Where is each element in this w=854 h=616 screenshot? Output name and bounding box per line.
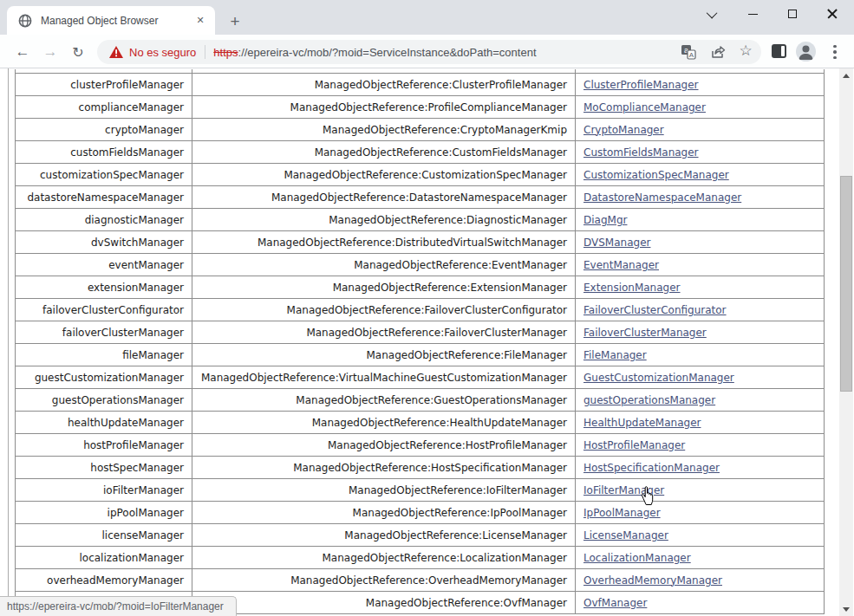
mo-link[interactable]: DVSManager <box>583 237 650 249</box>
property-value-cell: ManagedObjectReference:LicenseManager <box>192 524 576 546</box>
arrow-up-icon <box>843 74 850 78</box>
scrollbar-thumb[interactable] <box>840 176 852 392</box>
mo-link[interactable]: FailoverClusterManager <box>583 327 707 339</box>
new-tab-button[interactable]: + <box>224 10 246 33</box>
tab-managed-object-browser[interactable]: Managed Object Browser ✕ <box>7 6 215 35</box>
tab-title: Managed Object Browser <box>41 15 192 27</box>
table-row: hostProfileManager ManagedObjectReferenc… <box>16 434 825 457</box>
property-name-cell: failoverClusterManager <box>16 321 192 343</box>
property-value-cell: ManagedObjectReference:OvfManager <box>192 592 576 613</box>
property-name-cell: datastoreNamespaceManager <box>16 186 192 208</box>
property-value-cell: ManagedObjectReference:CryptoManagerKmip <box>192 119 576 140</box>
chip-divider <box>205 45 205 59</box>
property-value-cell: ManagedObjectReference:GuestOperationsMa… <box>192 389 576 411</box>
table-row: ipPoolManager ManagedObjectReference:IpP… <box>16 502 825 524</box>
table-row: datastoreNamespaceManager ManagedObjectR… <box>16 186 825 209</box>
property-value-cell: ManagedObjectReference:EventManager <box>192 254 576 276</box>
mo-link[interactable]: LicenseManager <box>583 529 668 541</box>
property-name-cell: hostSpecManager <box>16 457 192 478</box>
mo-link[interactable]: GuestCustomizationManager <box>583 372 734 384</box>
tab-strip: Managed Object Browser ✕ + <box>0 0 854 35</box>
mo-link[interactable]: DiagMgr <box>583 214 627 226</box>
table-row: diagnosticManager ManagedObjectReference… <box>16 209 825 231</box>
property-name-cell: complianceManager <box>16 96 192 118</box>
property-name-cell: fileManager <box>16 344 192 366</box>
property-value-cell: ManagedObjectReference:HostSpecification… <box>192 457 576 478</box>
mo-link[interactable]: CryptoManager <box>583 124 664 136</box>
table-row: hostSpecManager ManagedObjectReference:H… <box>16 457 825 479</box>
scroll-down-button[interactable] <box>839 602 853 616</box>
close-icon <box>827 9 838 19</box>
property-value-cell: ManagedObjectReference:IoFilterManager <box>192 479 576 501</box>
mo-link[interactable]: HostProfileManager <box>583 439 685 451</box>
mo-link[interactable]: DatastoreNamespaceManager <box>583 191 741 204</box>
forward-button[interactable]: → <box>40 42 61 62</box>
hand-cursor-icon <box>639 485 658 506</box>
mo-link[interactable]: LocalizationManager <box>583 552 691 564</box>
person-icon <box>796 42 816 62</box>
mo-link[interactable]: ExtensionManager <box>583 282 681 294</box>
service-content-table: clusterProfileManager ManagedObjectRefer… <box>15 69 825 614</box>
reload-button[interactable]: ↻ <box>68 42 88 62</box>
close-window-button[interactable] <box>812 0 852 28</box>
mo-link[interactable]: FileManager <box>583 349 647 361</box>
content-left-border <box>8 68 9 616</box>
property-name-cell: eventManager <box>16 254 192 276</box>
property-name-cell: clusterProfileManager <box>16 74 192 95</box>
minimize-button[interactable] <box>733 0 773 28</box>
mo-link[interactable]: OvfManager <box>583 597 647 609</box>
translate-icon[interactable]: a A <box>681 44 696 60</box>
url-text[interactable]: https://epereira-vc/mob/?moid=ServiceIns… <box>213 46 536 59</box>
property-value-cell: ManagedObjectReference:FileManager <box>192 344 576 366</box>
mo-link[interactable]: IpPoolManager <box>583 507 661 519</box>
minimize-icon <box>748 14 758 15</box>
tab-close-icon[interactable]: ✕ <box>192 13 208 29</box>
mo-link[interactable]: HostSpecificationManager <box>583 462 720 474</box>
table-row: overheadMemoryManager ManagedObjectRefer… <box>16 569 825 592</box>
back-button[interactable]: ← <box>12 42 33 62</box>
mo-link[interactable]: MoComplianceManager <box>583 101 706 113</box>
mo-link[interactable]: CustomizationSpecManager <box>583 169 729 181</box>
property-value-cell: ManagedObjectReference:CustomFieldsManag… <box>192 141 576 163</box>
mo-link[interactable]: HealthUpdateManager <box>583 417 701 429</box>
property-value-cell: ManagedObjectReference:IpPoolManager <box>192 502 576 523</box>
property-value-cell: ManagedObjectReference:OverheadMemoryMan… <box>192 569 576 591</box>
table-row: localizationManager ManagedObjectReferen… <box>16 547 825 569</box>
property-name-cell: dvSwitchManager <box>16 231 192 253</box>
browser-menu-icon[interactable] <box>831 43 839 61</box>
property-name-cell: customFieldsManager <box>16 141 192 163</box>
property-value-cell: ManagedObjectReference:DatastoreNamespac… <box>192 186 576 208</box>
mo-link[interactable]: CustomFieldsManager <box>583 146 699 159</box>
scroll-up-button[interactable] <box>839 68 853 82</box>
table-row: licenseManager ManagedObjectReference:Li… <box>16 524 825 547</box>
side-panel-icon[interactable] <box>772 44 786 58</box>
bookmark-star-icon[interactable]: ☆ <box>737 42 754 60</box>
tab-search-button[interactable] <box>693 0 733 28</box>
table-row: fileManager ManagedObjectReference:FileM… <box>16 344 825 366</box>
table-row: dvSwitchManager ManagedObjectReference:D… <box>16 231 825 254</box>
property-name-cell: guestCustomizationManager <box>16 366 192 388</box>
table-row: extensionManager ManagedObjectReference:… <box>16 276 825 299</box>
mo-link[interactable]: EventManager <box>583 259 659 271</box>
property-value-cell: ManagedObjectReference:ClusterProfileMan… <box>192 74 576 95</box>
address-bar[interactable]: No es seguro https://epereira-vc/mob/?mo… <box>97 40 761 64</box>
maximize-button[interactable] <box>773 0 812 28</box>
mo-link[interactable]: FailoverClusterConfigurator <box>583 304 727 316</box>
browser-window: Managed Object Browser ✕ + ← → ↻ No es s… <box>0 0 854 616</box>
table-row: ioFilterManager ManagedObjectReference:I… <box>16 479 825 502</box>
security-chip-label[interactable]: No es seguro <box>129 46 196 59</box>
url-rest: ://epereira-vc/mob/?moid=ServiceInstance… <box>238 46 537 59</box>
share-icon[interactable] <box>710 44 726 60</box>
mo-link[interactable]: guestOperationsManager <box>583 394 715 406</box>
property-value-cell: ManagedObjectReference:VirtualMachineGue… <box>192 366 576 388</box>
vertical-scrollbar[interactable] <box>839 68 853 616</box>
profile-avatar[interactable] <box>796 42 816 62</box>
mo-link[interactable]: ClusterProfileManager <box>583 79 699 91</box>
mo-link[interactable]: OverheadMemoryManager <box>583 574 722 587</box>
page-content: clusterProfileManager ManagedObjectRefer… <box>0 68 854 616</box>
table-row: guestOperationsManager ManagedObjectRefe… <box>16 389 825 412</box>
table-row: complianceManager ManagedObjectReference… <box>16 96 825 119</box>
property-name-cell: cryptoManager <box>16 119 192 140</box>
property-name-cell: ioFilterManager <box>16 479 192 501</box>
status-link-preview: https://epereira-vc/mob/?moid=IoFilterMa… <box>0 596 237 616</box>
